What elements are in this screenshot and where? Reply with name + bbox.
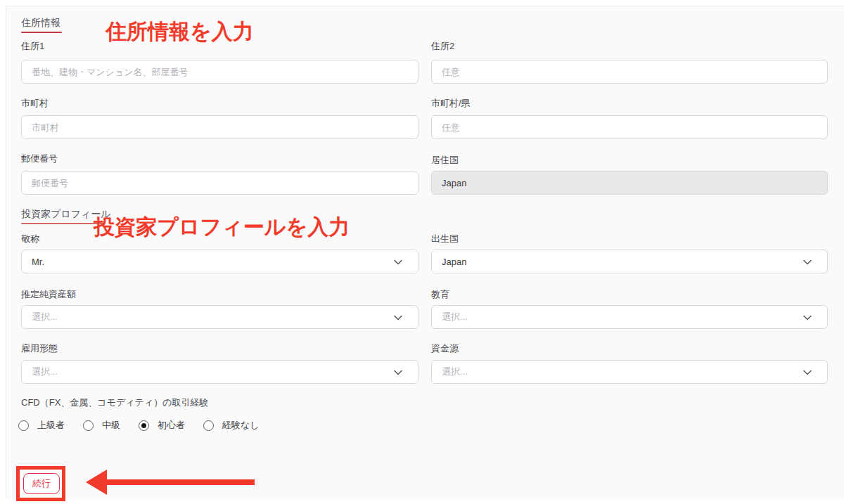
chevron-down-icon bbox=[394, 367, 402, 377]
chevron-down-icon bbox=[803, 312, 812, 323]
funds-source-label: 資金源 bbox=[431, 342, 459, 355]
net-worth-select[interactable]: 選択... bbox=[21, 305, 418, 329]
city-input[interactable] bbox=[21, 115, 418, 139]
radio-circle-icon[interactable] bbox=[18, 420, 29, 431]
chevron-down-icon bbox=[803, 257, 812, 267]
cfd-experience-label: CFD（FX、金属、コモディティ）の取引経験 bbox=[21, 396, 208, 409]
residence-country-field-disabled: Japan bbox=[431, 171, 828, 195]
salutation-select[interactable]: Mr. bbox=[21, 250, 418, 273]
address-section-underline bbox=[21, 32, 62, 33]
investor-section-underline bbox=[21, 223, 106, 224]
residence-country-label: 居住国 bbox=[431, 154, 459, 167]
funds-source-value: 選択... bbox=[442, 366, 803, 378]
employment-value: 選択... bbox=[32, 366, 394, 378]
address2-input[interactable] bbox=[431, 60, 828, 84]
radio-option-intermediate[interactable]: 中級 bbox=[83, 419, 120, 432]
radio-circle-icon[interactable] bbox=[203, 420, 214, 431]
city-label: 市町村 bbox=[21, 97, 49, 110]
account-registration-form: 住所情報 住所情報を入力 住所1 住所2 市町村 市町村/県 郵便番号 居住国 … bbox=[0, 0, 844, 504]
address1-input[interactable] bbox=[21, 60, 418, 84]
education-value: 選択... bbox=[442, 311, 803, 323]
salutation-value: Mr. bbox=[32, 257, 394, 267]
address1-label: 住所1 bbox=[21, 40, 44, 53]
birth-country-select[interactable]: Japan bbox=[431, 250, 828, 273]
education-label: 教育 bbox=[431, 288, 449, 301]
chevron-down-icon bbox=[803, 367, 812, 377]
chevron-down-icon bbox=[394, 257, 402, 267]
employment-select[interactable]: 選択... bbox=[21, 360, 418, 384]
address2-label: 住所2 bbox=[431, 40, 454, 53]
radio-option-beginner[interactable]: 初心者 bbox=[139, 419, 185, 432]
net-worth-value: 選択... bbox=[32, 311, 394, 323]
address-section-title: 住所情報 bbox=[21, 17, 60, 30]
postal-code-label: 郵便番号 bbox=[21, 153, 58, 165]
radio-option-none[interactable]: 経験なし bbox=[203, 419, 260, 432]
chevron-down-icon bbox=[394, 312, 402, 323]
radio-circle-checked-icon[interactable] bbox=[139, 420, 149, 431]
net-worth-label: 推定純資産額 bbox=[21, 288, 76, 301]
continue-button[interactable]: 続行 bbox=[23, 473, 60, 494]
birth-country-label: 出生国 bbox=[431, 233, 459, 245]
state-label: 市町村/県 bbox=[431, 97, 471, 110]
birth-country-value: Japan bbox=[442, 257, 803, 267]
cfd-experience-radio-group: 上級者 中級 初心者 経験なし bbox=[18, 419, 260, 432]
salutation-label: 敬称 bbox=[21, 233, 39, 245]
education-select[interactable]: 選択... bbox=[431, 305, 828, 329]
investor-annotation: 投資家プロフィールを入力 bbox=[94, 217, 350, 238]
funds-source-select[interactable]: 選択... bbox=[431, 360, 828, 384]
employment-label: 雇用形態 bbox=[21, 342, 58, 355]
postal-code-input[interactable] bbox=[21, 171, 418, 195]
radio-circle-icon[interactable] bbox=[83, 420, 94, 431]
state-input[interactable] bbox=[431, 115, 828, 139]
radio-option-advanced[interactable]: 上級者 bbox=[18, 419, 65, 432]
address-annotation: 住所情報を入力 bbox=[106, 21, 254, 42]
residence-country-value: Japan bbox=[442, 178, 466, 188]
arrow-left-icon bbox=[83, 467, 256, 498]
